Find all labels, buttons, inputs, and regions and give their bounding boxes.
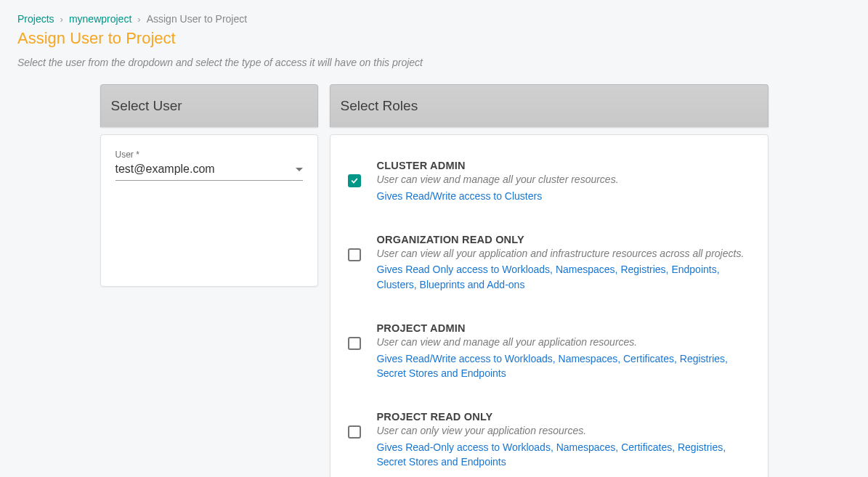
user-select-value: test@example.com xyxy=(115,163,215,176)
role-text: ORGANIZATION READ ONLYUser can view all … xyxy=(377,234,750,292)
role-description: User can only view your application reso… xyxy=(377,424,750,439)
role-access: Gives Read/Write access to Workloads, Na… xyxy=(377,351,750,381)
role-description: User can view all your application and i… xyxy=(377,247,750,261)
role-item: PROJECT ADMINUser can view and manage al… xyxy=(345,312,753,394)
role-access: Gives Read Only access to Workloads, Nam… xyxy=(377,262,750,292)
role-item: CLUSTER ADMINUser can view and manage al… xyxy=(345,150,753,216)
select-roles-header: Select Roles xyxy=(330,84,768,127)
breadcrumb-project-link[interactable]: mynewproject xyxy=(69,13,131,25)
page-subtitle: Select the user from the dropdown and se… xyxy=(17,57,851,68)
check-icon xyxy=(351,177,358,184)
role-access: Gives Read/Write access to Clusters xyxy=(377,189,750,203)
role-title: CLUSTER ADMIN xyxy=(377,160,750,171)
role-checkbox[interactable] xyxy=(348,174,361,187)
role-checkbox[interactable] xyxy=(348,425,361,439)
role-title: ORGANIZATION READ ONLY xyxy=(377,234,750,245)
select-user-panel: Select User User * test@example.com xyxy=(100,84,318,477)
user-select[interactable]: test@example.com xyxy=(115,160,303,181)
chevron-down-icon xyxy=(296,168,303,171)
role-text: PROJECT ADMINUser can view and manage al… xyxy=(377,322,750,380)
role-title: PROJECT ADMIN xyxy=(377,322,750,334)
role-checkbox[interactable] xyxy=(348,248,361,261)
role-text: PROJECT READ ONLYUser can only view your… xyxy=(377,411,750,469)
breadcrumb-current: Assign User to Project xyxy=(147,13,248,25)
role-item: PROJECT READ ONLYUser can only view your… xyxy=(345,401,753,477)
page-title: Assign User to Project xyxy=(17,29,851,48)
breadcrumb-sep: › xyxy=(60,14,63,25)
role-description: User can view and manage all your applic… xyxy=(377,335,750,350)
breadcrumb-projects-link[interactable]: Projects xyxy=(17,13,54,25)
role-description: User can view and manage all your cluste… xyxy=(377,173,750,187)
role-title: PROJECT READ ONLY xyxy=(377,411,750,423)
role-access: Gives Read-Only access to Workloads, Nam… xyxy=(377,440,750,470)
breadcrumb-sep: › xyxy=(137,14,140,25)
user-field-label: User * xyxy=(115,150,303,160)
select-user-header: Select User xyxy=(100,84,318,127)
select-roles-panel: Select Roles CLUSTER ADMINUser can view … xyxy=(330,84,768,477)
role-checkbox[interactable] xyxy=(348,337,361,350)
role-item: ORGANIZATION READ ONLYUser can view all … xyxy=(345,224,753,305)
breadcrumb: Projects › mynewproject › Assign User to… xyxy=(17,13,851,25)
role-text: CLUSTER ADMINUser can view and manage al… xyxy=(377,160,750,203)
